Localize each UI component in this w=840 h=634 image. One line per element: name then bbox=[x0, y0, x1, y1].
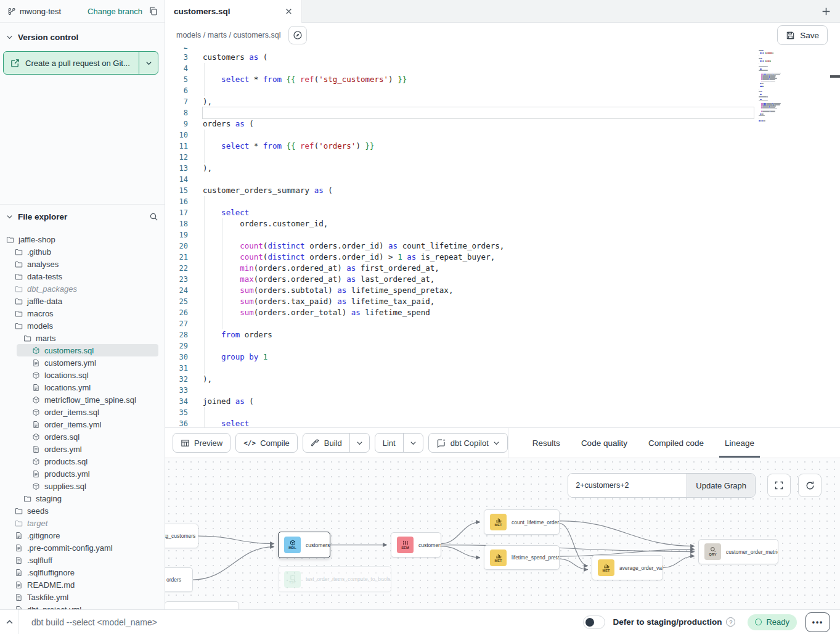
code-line-19[interactable]: 19 bbox=[165, 229, 840, 241]
tab-lineage[interactable]: Lineage bbox=[714, 428, 765, 458]
build-caret[interactable] bbox=[349, 434, 369, 452]
tree-item-dbt_packages[interactable]: dbt_packages bbox=[0, 282, 165, 295]
code-line-25[interactable]: 25 sum(orders.tax_paid) as lifetime_tax_… bbox=[165, 296, 840, 307]
code-line-4[interactable]: 4 bbox=[165, 63, 840, 74]
lineage-node-customer_order_metrics[interactable]: QRYcustomer_order_metrics bbox=[698, 539, 778, 564]
refresh-icon[interactable] bbox=[798, 474, 822, 497]
code-line-3[interactable]: 3customers as ( bbox=[165, 52, 840, 63]
code-line-22[interactable]: 22 min(orders.ordered_at) as first_order… bbox=[165, 263, 840, 274]
help-icon[interactable] bbox=[726, 617, 735, 627]
close-tab-icon[interactable] bbox=[285, 7, 293, 15]
tree-item-.github[interactable]: .github bbox=[0, 245, 165, 258]
tree-item-Taskfile.yml[interactable]: Taskfile.yml bbox=[0, 591, 165, 603]
file-explorer-header[interactable]: File explorer bbox=[0, 205, 165, 226]
create-pr-caret[interactable] bbox=[139, 52, 158, 74]
lineage-node-stg_customers[interactable]: MDLstg_customers bbox=[165, 524, 198, 548]
code-line-2[interactable]: 2 bbox=[165, 47, 840, 52]
code-line-5[interactable]: 5 select * from {{ ref('stg_customers') … bbox=[165, 74, 840, 85]
fullscreen-icon[interactable] bbox=[767, 474, 791, 497]
code-line-7[interactable]: 7), bbox=[165, 96, 840, 107]
dbt-copilot-button[interactable]: dbt Copilot bbox=[428, 433, 508, 453]
code-line-6[interactable]: 6 bbox=[165, 85, 840, 96]
tree-item-customers.sql[interactable]: customers.sql bbox=[17, 344, 158, 356]
tree-item-.gitignore[interactable]: .gitignore bbox=[0, 529, 165, 541]
tree-item-.sqlfluffignore[interactable]: .sqlfluffignore bbox=[0, 566, 165, 578]
add-tab-icon[interactable] bbox=[821, 0, 831, 22]
code-line-35[interactable]: 35 bbox=[165, 407, 840, 418]
lineage-node-customers_sem[interactable]: SEMcustomers bbox=[391, 532, 441, 558]
code-line-16[interactable]: 16 bbox=[165, 196, 840, 207]
code-line-15[interactable]: 15customer_orders_summary as ( bbox=[165, 185, 840, 196]
lineage-node-count_lifetime_orders[interactable]: METcount_lifetime_orders bbox=[484, 509, 560, 535]
code-line-11[interactable]: 11 select * from {{ ref('orders') }} bbox=[165, 141, 840, 152]
code-line-18[interactable]: 18 orders.customer_id, bbox=[165, 218, 840, 229]
tree-item-products.yml[interactable]: products.yml bbox=[0, 467, 165, 480]
copy-icon[interactable] bbox=[149, 6, 158, 16]
code-line-20[interactable]: 20 count(distinct orders.order_id) as co… bbox=[165, 241, 840, 252]
code-line-9[interactable]: 9orders as ( bbox=[165, 118, 840, 130]
tree-item-.sqlfluff[interactable]: .sqlfluff bbox=[0, 554, 165, 566]
tree-item-orders.yml[interactable]: orders.yml bbox=[0, 443, 165, 455]
code-line-10[interactable]: 10 bbox=[165, 130, 840, 141]
tree-item-order_items.yml[interactable]: order_items.yml bbox=[0, 418, 165, 430]
tree-item-jaffle-data[interactable]: jaffle-data bbox=[0, 295, 165, 307]
tree-item-metricflow_time_spine.sql[interactable]: metricflow_time_spine.sql bbox=[0, 393, 165, 406]
tree-item-.pre-commit-config.yaml[interactable]: .pre-commit-config.yaml bbox=[0, 541, 165, 554]
tree-item-locations.sql[interactable]: locations.sql bbox=[0, 369, 165, 381]
build-button[interactable]: Build bbox=[303, 434, 349, 452]
tree-item-dbt_project.yml[interactable]: dbt_project.yml bbox=[0, 603, 165, 609]
code-line-30[interactable]: 30 group by 1 bbox=[165, 352, 840, 363]
tree-item-data-tests[interactable]: data-tests bbox=[0, 270, 165, 282]
code-line-34[interactable]: 34joined as ( bbox=[165, 396, 840, 407]
create-pr-button[interactable]: Create a pull request on Git... bbox=[3, 51, 158, 75]
code-line-36[interactable]: 36 select bbox=[165, 418, 840, 427]
update-graph-button[interactable]: Update Graph bbox=[687, 474, 755, 497]
code-line-31[interactable]: 31 bbox=[165, 363, 840, 374]
lint-caret[interactable] bbox=[403, 434, 423, 452]
code-line-14[interactable]: 14 bbox=[165, 174, 840, 185]
editor-minimap[interactable] bbox=[757, 49, 808, 130]
tree-item-customers.yml[interactable]: customers.yml bbox=[0, 356, 165, 369]
code-line-28[interactable]: 28 from orders bbox=[165, 329, 840, 340]
tree-item-marts[interactable]: marts bbox=[0, 332, 165, 344]
code-line-8[interactable]: 8 bbox=[165, 107, 840, 118]
tree-item-target[interactable]: target bbox=[0, 517, 165, 529]
lineage-node-orders[interactable]: MDLorders bbox=[165, 567, 193, 592]
tab-results[interactable]: Results bbox=[522, 428, 571, 458]
code-line-12[interactable]: 12 bbox=[165, 152, 840, 163]
tree-item-staging[interactable]: staging bbox=[0, 492, 165, 504]
lineage-selector-input[interactable] bbox=[568, 474, 687, 497]
tree-item-README.md[interactable]: README.md bbox=[0, 578, 165, 591]
code-line-29[interactable]: 29 bbox=[165, 340, 840, 352]
code-line-26[interactable]: 26 sum(orders.order_total) as lifetime_s… bbox=[165, 307, 840, 318]
tab-customers-sql[interactable]: customers.sql bbox=[165, 0, 302, 23]
tree-item-products.sql[interactable]: products.sql bbox=[0, 455, 165, 467]
create-pr-main[interactable]: Create a pull request on Git... bbox=[4, 52, 139, 74]
search-icon[interactable] bbox=[149, 212, 158, 221]
tab-code-quality[interactable]: Code quality bbox=[571, 428, 638, 458]
explore-lineage-icon[interactable] bbox=[288, 26, 307, 44]
code-line-17[interactable]: 17 select bbox=[165, 207, 840, 218]
compile-button[interactable]: </> Compile bbox=[235, 433, 298, 453]
more-options-button[interactable] bbox=[805, 612, 830, 632]
command-input[interactable]: dbt build --select <model_name> bbox=[31, 617, 157, 627]
tree-item-locations.yml[interactable]: locations.yml bbox=[0, 381, 165, 393]
lineage-node-lifetime_spend_pretax[interactable]: METlifetime_spend_pretax bbox=[484, 545, 560, 570]
save-button[interactable]: Save bbox=[777, 25, 828, 45]
code-line-13[interactable]: 13), bbox=[165, 163, 840, 174]
tree-item-jaffle-shop[interactable]: jaffle-shop bbox=[0, 233, 165, 245]
code-line-32[interactable]: 32), bbox=[165, 374, 840, 385]
code-editor[interactable]: 23customers as (45 select * from {{ ref(… bbox=[165, 47, 840, 427]
tree-item-orders.sql[interactable]: orders.sql bbox=[0, 430, 165, 443]
lineage-panel[interactable]: MDLstg_customersMDLordersMDLcustomersTST… bbox=[165, 458, 840, 611]
editor-scrollbar-thumb[interactable] bbox=[830, 75, 840, 78]
code-line-27[interactable]: 27 bbox=[165, 318, 840, 329]
lineage-node-average_order_value[interactable]: METaverage_order_value bbox=[592, 555, 663, 580]
tab-compiled-code[interactable]: Compiled code bbox=[638, 428, 714, 458]
tree-item-models[interactable]: models bbox=[0, 319, 165, 332]
code-line-24[interactable]: 24 sum(orders.subtotal) as lifetime_spen… bbox=[165, 285, 840, 296]
lineage-node-customers_mdl[interactable]: MDLcustomers bbox=[278, 532, 330, 558]
tree-item-supplies.sql[interactable]: supplies.sql bbox=[0, 480, 165, 492]
defer-toggle[interactable] bbox=[583, 615, 605, 629]
tree-item-order_items.sql[interactable]: order_items.sql bbox=[0, 406, 165, 418]
